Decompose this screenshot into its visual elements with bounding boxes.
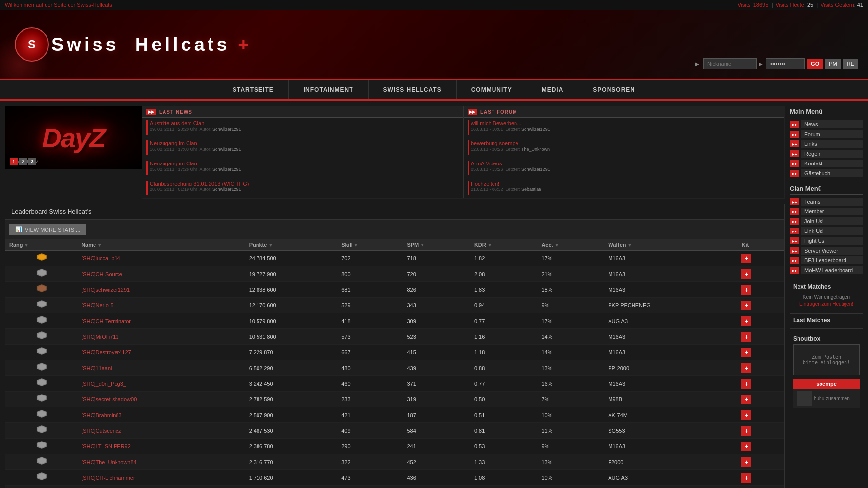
sidebar-item-server-viewer[interactable]: Server Viewer <box>790 246 863 256</box>
add-button[interactable]: + <box>741 269 751 279</box>
player-name[interactable]: [SHC]Brahmin83 <box>81 412 122 418</box>
player-name[interactable]: [SHC]secret-shadow00 <box>81 396 137 402</box>
add-button[interactable]: + <box>741 395 751 404</box>
waffen-cell: M4A1 <box>604 486 737 488</box>
slide-3[interactable]: 3 <box>28 158 36 165</box>
sidebar-item-member[interactable]: Member <box>790 207 863 216</box>
col-acc[interactable]: Acc. ▼ <box>538 239 604 251</box>
add-button[interactable]: + <box>741 363 751 373</box>
player-name[interactable]: [SHC]CH-Source <box>81 271 122 277</box>
join-link[interactable]: Join Us! <box>801 217 863 225</box>
kontakt-link[interactable]: Kontakt <box>801 160 863 167</box>
search-go-button[interactable]: GO <box>807 59 823 69</box>
col-kit[interactable]: Kit <box>737 239 784 251</box>
player-name[interactable]: [SHC]Cutscenez <box>81 428 121 434</box>
add-button[interactable]: + <box>741 410 751 420</box>
search-re-button[interactable]: RE <box>843 59 858 69</box>
player-name[interactable]: [SHC]_d0n_Peg3_ <box>81 381 126 387</box>
sidebar-item-join-us[interactable]: Join Us! <box>790 216 863 226</box>
sidebar-item-links[interactable]: Links <box>790 139 863 149</box>
punkte-cell: 10 579 800 <box>245 313 338 329</box>
news-link[interactable]: News <box>801 120 863 128</box>
player-name[interactable]: [SHC]lucca_b14 <box>81 256 120 261</box>
col-skill[interactable]: Skill ▼ <box>337 239 403 251</box>
sidebar-item-forum[interactable]: Forum <box>790 129 863 139</box>
sidebar-item-regeln[interactable]: Regeln <box>790 149 863 159</box>
col-spm[interactable]: SPM ▼ <box>403 239 470 251</box>
add-button[interactable]: + <box>741 442 751 451</box>
view-stats-button[interactable]: 📊 VIEW MORE STATS ... <box>9 224 86 235</box>
add-button[interactable]: + <box>741 457 751 467</box>
add-button[interactable]: + <box>741 254 751 263</box>
forum-title-3[interactable]: ArmA Videos <box>471 161 550 166</box>
nav-startseite[interactable]: STARTSEITE <box>218 80 289 99</box>
player-name[interactable]: [SHC]Nerio-5 <box>81 302 113 308</box>
teams-link[interactable]: Teams <box>801 198 863 206</box>
sidebar-item-mohw[interactable]: MoHW Leaderboard <box>790 265 863 275</box>
player-name[interactable]: [SHC]MrOlli711 <box>81 334 118 340</box>
sidebar-item-fight-us[interactable]: Fight Us! <box>790 236 863 246</box>
sidebar-item-bf3[interactable]: BF3 Leaderboard <box>790 256 863 265</box>
name-cell: [SHC]Portmann792 <box>77 486 245 488</box>
server-link[interactable]: Server Viewer <box>801 247 863 255</box>
player-name[interactable]: [SHC]Destroyer4127 <box>81 349 131 355</box>
sidebar-item-gastebuch[interactable]: Gästebuch <box>790 168 863 178</box>
links-link[interactable]: Links <box>801 140 863 148</box>
add-button[interactable]: + <box>741 301 751 310</box>
forum-title-4[interactable]: Hochzeiten! <box>471 181 541 186</box>
col-waffen[interactable]: Waffen ▼ <box>604 239 737 251</box>
nav-infotainment[interactable]: INFOTAINMENT <box>289 80 369 99</box>
player-name[interactable]: [SHC]11aani <box>81 365 112 371</box>
forum-meta-4: 21.02.13 - 06:32 Letzter: Sebastian <box>471 187 541 192</box>
add-button[interactable]: + <box>741 379 751 389</box>
nav-swiss-hellcats[interactable]: SWISS HELLCATS <box>369 80 457 99</box>
forum-link[interactable]: Forum <box>801 130 863 138</box>
col-punkte[interactable]: Punkte ▼ <box>245 239 338 251</box>
add-button[interactable]: + <box>741 285 751 295</box>
search-input[interactable] <box>703 58 757 69</box>
site-name-link[interactable]: Swiss-Hellcats <box>77 2 112 8</box>
gastebuch-link[interactable]: Gästebuch <box>801 169 863 177</box>
add-button[interactable]: + <box>741 473 751 483</box>
news-title-4[interactable]: Clanbesprechung 31.01.2013 (WICHTIG) <box>150 181 249 186</box>
eintragen-link[interactable]: Eintragen zum Heutigen! <box>793 302 860 307</box>
slide-2[interactable]: 2 <box>19 158 27 165</box>
sidebar-item-kontakt[interactable]: Kontakt <box>790 159 863 168</box>
forum-title-2[interactable]: bewerbung soempe <box>471 140 550 146</box>
search-pm-button[interactable]: PM <box>825 59 841 69</box>
regeln-link[interactable]: Regeln <box>801 150 863 158</box>
sidebar-item-link-us[interactable]: Link Us! <box>790 226 863 236</box>
password-input[interactable] <box>766 58 805 69</box>
news-title-2[interactable]: Neuzugang im Clan <box>150 140 241 146</box>
link-link[interactable]: Link Us! <box>801 227 863 235</box>
kit-cell: + <box>737 407 784 423</box>
news-title-1[interactable]: Austritte aus dem Clan <box>150 120 241 126</box>
col-name[interactable]: Name ▼ <box>77 239 245 251</box>
nav-community[interactable]: COMMUNITY <box>457 80 527 99</box>
shoutbox-input[interactable]: Zum Posten bitte einloggen! <box>793 344 860 375</box>
sidebar-item-news[interactable]: News <box>790 119 863 129</box>
add-button[interactable]: + <box>741 316 751 326</box>
col-rang[interactable]: Rang ▼ <box>5 239 77 251</box>
add-button[interactable]: + <box>741 332 751 342</box>
mohw-link[interactable]: MoHW Leaderboard <box>801 266 863 274</box>
member-link[interactable]: Member <box>801 208 863 215</box>
player-name[interactable]: [SHC]CH-Lichhammer <box>81 475 135 481</box>
player-name[interactable]: [SHC]schwiizer1291 <box>81 287 130 293</box>
mohw-arrow <box>790 267 799 274</box>
forum-title-1[interactable]: will mich Bewerben... <box>471 120 550 126</box>
nav-media[interactable]: MEDIA <box>527 80 579 99</box>
player-name[interactable]: [SHC]The_Unknown84 <box>81 459 137 465</box>
sidebar-item-teams[interactable]: Teams <box>790 197 863 207</box>
add-button[interactable]: + <box>741 348 751 357</box>
player-name[interactable]: [SHC]CH-Terminator <box>81 318 131 324</box>
bf3-link[interactable]: BF3 Leaderboard <box>801 256 863 264</box>
player-name[interactable]: [SHC]LT_SNIPER92 <box>81 443 131 449</box>
slide-1[interactable]: 1 <box>10 158 18 165</box>
nav-sponsoren[interactable]: SPONSOREN <box>578 80 650 99</box>
news-title-3[interactable]: Neuzugang im Clan <box>150 161 241 166</box>
fight-link[interactable]: Fight Us! <box>801 237 863 245</box>
add-button[interactable]: + <box>741 426 751 436</box>
col-kdr[interactable]: KDR ▼ <box>470 239 538 251</box>
shoutbox-title: Shoutbox <box>793 335 860 342</box>
